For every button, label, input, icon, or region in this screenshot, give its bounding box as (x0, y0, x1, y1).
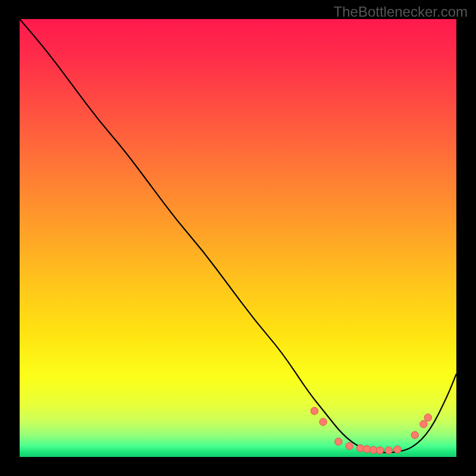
plot-area (20, 19, 456, 457)
gradient-background (20, 19, 456, 457)
attribution-text: TheBottlenecker.com (334, 4, 468, 20)
